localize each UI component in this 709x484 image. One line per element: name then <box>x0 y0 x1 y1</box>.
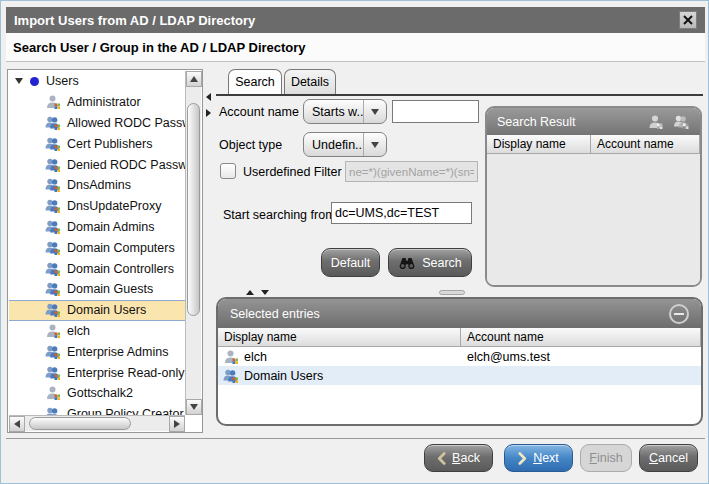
tree-expander-icon[interactable] <box>15 78 23 84</box>
start-searching-from-input[interactable] <box>331 202 472 224</box>
close-icon <box>683 15 693 25</box>
collapse-up-icon[interactable] <box>246 290 254 295</box>
tree-item[interactable]: Denied RODC Password R <box>9 154 185 175</box>
splitter-collapse-arrows[interactable] <box>246 290 269 295</box>
back-button[interactable]: Back <box>424 444 493 472</box>
tree-item-label: Domain Guests <box>67 282 153 296</box>
userdefined-filter-checkbox[interactable] <box>220 163 236 179</box>
tree-item-label: Domain Users <box>67 303 146 317</box>
users-root-icon <box>30 77 39 86</box>
directory-tree-panel: Users Administrator <box>7 69 203 433</box>
tree-item-label: Domain Computers <box>67 241 175 255</box>
account-match-dropdown[interactable]: Starts w... <box>303 99 387 124</box>
close-button[interactable] <box>679 11 697 29</box>
tree-item[interactable]: DnsUpdateProxy <box>9 196 185 217</box>
tree-item-label: Domain Controllers <box>67 262 174 276</box>
group-icon <box>45 219 61 235</box>
vertical-scroll-thumb[interactable] <box>187 103 200 316</box>
scroll-right-icon <box>174 420 180 428</box>
scroll-up-button[interactable] <box>186 71 202 87</box>
column-display-name[interactable]: Display name <box>487 135 591 154</box>
tree-vertical-scrollbar[interactable] <box>185 71 201 415</box>
subtitle-text: Search User / Group in the AD / LDAP Dir… <box>13 40 306 55</box>
scroll-right-button[interactable] <box>169 416 185 432</box>
collapse-right-icon[interactable] <box>206 109 211 117</box>
tree-item[interactable]: Domain Admins <box>9 217 185 238</box>
column-account-name[interactable]: Account name <box>591 135 700 154</box>
next-chevron-icon <box>518 452 527 465</box>
scroll-left-button[interactable] <box>9 416 25 432</box>
tree-splitter-handle[interactable] <box>206 93 211 117</box>
next-button[interactable]: Next <box>504 444 573 472</box>
group-icon <box>223 368 239 384</box>
collapse-down-icon[interactable] <box>261 290 269 295</box>
search-result-panel: Search Result Display name Account name <box>485 106 702 287</box>
tab-details[interactable]: Details <box>284 69 336 94</box>
column-display-name[interactable]: Display name <box>218 328 461 347</box>
binoculars-icon <box>398 256 416 269</box>
tree-item-label: Gottschalk2 <box>67 386 133 400</box>
collapse-panel-button[interactable] <box>669 304 689 324</box>
entry-display-name: elch <box>244 350 267 364</box>
tree-item-label: Allowed RODC Password <box>67 116 185 130</box>
tree-item[interactable]: Administrator <box>9 92 185 113</box>
add-group-icon[interactable] <box>673 114 690 130</box>
tree-root-users[interactable]: Users <box>9 71 185 92</box>
tree-item[interactable]: DnsAdmins <box>9 175 185 196</box>
object-type-value: Undefin... <box>304 138 363 152</box>
tree-item[interactable]: Cert Publishers <box>9 133 185 154</box>
tree-item[interactable]: Gottschalk2 <box>9 383 185 404</box>
entry-display-name: Domain Users <box>244 369 323 383</box>
selected-entries-header: Selected entries <box>218 299 701 328</box>
import-users-dialog: Import Users from AD / LDAP Directory Se… <box>0 0 709 484</box>
cancel-button[interactable]: Cancel <box>639 444 698 472</box>
next-button-label: Next <box>533 451 559 465</box>
group-icon <box>45 281 61 297</box>
selected-entries-list: elch elch@ums.test Domain Users <box>218 347 701 385</box>
tree-item-label: Administrator <box>67 95 141 109</box>
tree-item-label: elch <box>67 324 90 338</box>
tab-details-label: Details <box>291 75 329 89</box>
horizontal-scroll-thumb[interactable] <box>29 417 131 430</box>
tree-item[interactable]: Domain Users <box>9 300 185 321</box>
start-searching-from-label: Start searching from <box>223 208 336 222</box>
group-icon <box>45 136 61 152</box>
search-result-title: Search Result <box>497 115 576 129</box>
splitter-grip[interactable] <box>439 290 465 295</box>
tree-item[interactable]: Domain Guests <box>9 279 185 300</box>
dialog-subtitle: Search User / Group in the AD / LDAP Dir… <box>6 33 705 62</box>
search-result-body[interactable] <box>487 154 700 285</box>
object-type-label: Object type <box>219 138 282 152</box>
tree-item[interactable]: Domain Controllers <box>9 258 185 279</box>
tree-root-label: Users <box>46 74 79 88</box>
tree-item[interactable]: Enterprise Admins <box>9 341 185 362</box>
tree-item[interactable]: Enterprise Read-only Dom <box>9 362 185 383</box>
add-user-icon[interactable] <box>647 114 664 130</box>
scroll-down-button[interactable] <box>186 399 202 415</box>
selected-entries-column-header: Display name Account name <box>218 328 701 347</box>
tree-horizontal-scrollbar[interactable] <box>9 415 185 431</box>
finish-button[interactable]: Finish <box>580 444 632 472</box>
tree-item-label: DnsAdmins <box>67 178 131 192</box>
tree-item[interactable]: elch <box>9 321 185 342</box>
group-icon <box>45 344 61 360</box>
selected-entry-row[interactable]: elch elch@ums.test <box>218 347 701 366</box>
directory-tree: Users Administrator <box>9 71 185 415</box>
default-button-label: Default <box>331 256 371 270</box>
collapse-left-icon[interactable] <box>206 93 211 101</box>
tree-item-label: Enterprise Admins <box>67 345 168 359</box>
object-type-dropdown[interactable]: Undefin... <box>303 132 387 157</box>
tree-item[interactable]: Domain Computers <box>9 237 185 258</box>
selected-entry-row[interactable]: Domain Users <box>218 366 701 385</box>
search-result-column-header: Display name Account name <box>487 135 700 154</box>
default-button[interactable]: Default <box>321 248 380 277</box>
column-account-name[interactable]: Account name <box>461 328 701 347</box>
group-icon <box>45 261 61 277</box>
tab-search[interactable]: Search <box>228 69 282 94</box>
cancel-button-label: Cancel <box>649 451 688 465</box>
userdefined-filter-input <box>345 161 478 182</box>
tree-item[interactable]: Group Policy Creator O <box>9 404 185 415</box>
account-name-input[interactable] <box>392 100 479 123</box>
tree-item[interactable]: Allowed RODC Password <box>9 113 185 134</box>
search-button[interactable]: Search <box>388 248 472 277</box>
